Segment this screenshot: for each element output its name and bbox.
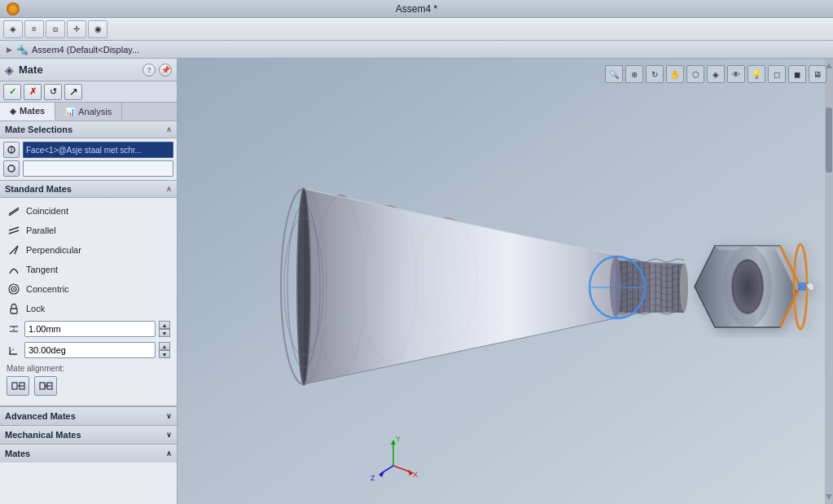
angle-spinner[interactable]: ▲ ▼: [159, 342, 170, 358]
cancel-button[interactable]: ✗: [24, 84, 42, 100]
svg-text:Y: Y: [396, 435, 401, 443]
angle-icon: [7, 343, 21, 357]
sel-icon-1: [3, 142, 20, 158]
svg-text:Z: Z: [370, 474, 375, 482]
advanced-mates-label: Advanced Mates: [5, 411, 76, 421]
svg-point-52: [731, 259, 764, 314]
mate-coincident[interactable]: Coincident: [0, 201, 177, 221]
toolbar-explode-btn[interactable]: ⧈: [46, 20, 65, 38]
svg-line-6: [9, 230, 19, 234]
mechanical-mates-chevron: ∨: [166, 431, 172, 439]
advanced-mates-header[interactable]: Advanced Mates ∨: [0, 407, 177, 425]
mate-concentric[interactable]: Concentric: [0, 279, 177, 299]
header-icons: ? 📌: [142, 64, 172, 77]
vp-pan-btn[interactable]: ✋: [666, 65, 684, 83]
assembly-label: Assem4 (Default<Display...: [32, 45, 139, 55]
scene-svg: Y X Z: [178, 59, 833, 504]
svg-rect-12: [11, 309, 17, 313]
vp-hide2-btn[interactable]: ◼: [788, 65, 806, 83]
toolbar-mate-btn[interactable]: ◈: [3, 20, 23, 38]
mate-icon: ◈: [5, 64, 14, 77]
angle-input-row: 30.00deg ▲ ▼: [0, 340, 177, 361]
alignment-section: Mate alignment:: [0, 361, 177, 402]
vp-hide-btn[interactable]: ◻: [768, 65, 786, 83]
vp-search-btn[interactable]: 🔍: [605, 65, 623, 83]
tab-analysis[interactable]: 📊 Analysis: [55, 103, 122, 121]
main-layout: ◈ Mate ? 📌 ✓ ✗ ↺ ↗ ◈ Mates 📊 Analysis: [0, 59, 833, 504]
lock-icon: [7, 301, 21, 316]
svg-point-2: [8, 165, 15, 172]
mechanical-mates-header[interactable]: Mechanical Mates ∨: [0, 426, 177, 444]
vp-perspective-btn[interactable]: ◈: [707, 65, 725, 83]
svg-point-11: [13, 288, 15, 290]
mate-header: ◈ Mate ? 📌: [0, 59, 177, 81]
toolbar-list-btn[interactable]: ≡: [24, 20, 44, 38]
pin-button[interactable]: 📌: [159, 64, 172, 77]
vp-view-btn[interactable]: ⬡: [686, 65, 704, 83]
align-btn-2[interactable]: [34, 376, 57, 396]
vp-display-btn[interactable]: 👁: [727, 65, 745, 83]
advanced-mates-section: Advanced Mates ∨: [0, 406, 177, 425]
toolbar-snap-btn[interactable]: ✛: [67, 20, 86, 38]
mate-selections-header[interactable]: Mate Selections ∧: [0, 121, 177, 138]
panel-scroll[interactable]: Mate Selections ∧ Face<1>@Asje staal met…: [0, 121, 177, 504]
svg-point-60: [296, 187, 311, 386]
mates-bottom-header[interactable]: Mates ∧: [0, 445, 177, 462]
selection-field-2[interactable]: [23, 160, 173, 177]
help-button[interactable]: ?: [142, 64, 156, 77]
selection-rows: Face<1>@Asje staal met schr...: [0, 138, 177, 180]
svg-point-46: [680, 263, 688, 312]
assembly-icon: 🔩: [15, 43, 28, 55]
undo-button[interactable]: ↺: [44, 84, 62, 100]
mate-lock[interactable]: Lock: [0, 299, 177, 318]
svg-marker-42: [616, 261, 684, 313]
angle-value[interactable]: 30.00deg: [24, 342, 156, 358]
svg-point-47: [610, 256, 621, 318]
toolbar-chart-btn[interactable]: ◉: [88, 20, 107, 38]
3d-viewport[interactable]: Y X Z 🔍 ⊕ ↻ ✋ ⬡ ◈ 👁 �: [178, 59, 833, 504]
alignment-buttons: [7, 376, 170, 396]
angle-spin-down[interactable]: ▼: [159, 350, 170, 358]
tab-mates[interactable]: ◈ Mates: [0, 103, 55, 121]
perpendicular-icon: [7, 243, 21, 257]
mate-parallel[interactable]: Parallel: [0, 221, 177, 240]
vp-zoom-btn[interactable]: ⊕: [625, 65, 643, 83]
distance-spinner[interactable]: ▲ ▼: [159, 321, 170, 337]
mechanical-mates-section: Mechanical Mates ∨: [0, 425, 177, 444]
mate-options: Coincident Parallel: [0, 198, 177, 405]
parallel-label: Parallel: [26, 226, 56, 235]
distance-value[interactable]: 1.00mm: [24, 321, 156, 337]
concentric-icon: [7, 282, 21, 296]
left-panel: ◈ Mate ? 📌 ✓ ✗ ↺ ↗ ◈ Mates 📊 Analysis: [0, 59, 178, 504]
title-bar: Assem4 *: [0, 0, 833, 18]
svg-text:X: X: [413, 471, 418, 479]
confirm-button[interactable]: ✓: [3, 84, 21, 100]
mates-bottom-label: Mates: [5, 449, 30, 458]
standard-mates-label: Standard Mates: [5, 184, 72, 194]
tree-expand-arrow[interactable]: ▶: [7, 46, 12, 54]
toolbar: ◈ ≡ ⧈ ✛ ◉: [0, 18, 833, 41]
vp-lights-btn[interactable]: 💡: [748, 65, 765, 83]
selection-field-1[interactable]: Face<1>@Asje staal met schr...: [23, 142, 173, 158]
sel-icon-2: [3, 160, 20, 177]
advanced-mates-chevron: ∨: [166, 412, 172, 420]
mates-bottom-section: Mates ∧: [0, 444, 177, 462]
mate-tangent[interactable]: Tangent: [0, 260, 177, 279]
angle-spin-up[interactable]: ▲: [159, 342, 170, 350]
tangent-icon: [7, 262, 21, 277]
svg-rect-71: [826, 107, 832, 173]
mate-perpendicular[interactable]: Perpendicular: [0, 240, 177, 260]
standard-mates-header[interactable]: Standard Mates ∧: [0, 181, 177, 198]
vp-rotate-btn[interactable]: ↻: [646, 65, 664, 83]
concentric-label: Concentric: [26, 284, 69, 294]
tab-bar: ◈ Mates 📊 Analysis: [0, 103, 177, 121]
align-btn-1[interactable]: [7, 376, 29, 396]
vp-monitor-btn[interactable]: 🖥: [809, 65, 826, 83]
analysis-tab-icon: 📊: [65, 107, 75, 116]
move-button[interactable]: ↗: [64, 84, 82, 100]
analysis-tab-label: Analysis: [78, 107, 112, 116]
distance-spin-down[interactable]: ▼: [159, 329, 170, 337]
viewport-controls: 🔍 ⊕ ↻ ✋ ⬡ ◈ 👁 💡 ◻ ◼ 🖥: [605, 65, 826, 83]
lock-label: Lock: [26, 304, 45, 313]
distance-spin-up[interactable]: ▲: [159, 321, 170, 329]
